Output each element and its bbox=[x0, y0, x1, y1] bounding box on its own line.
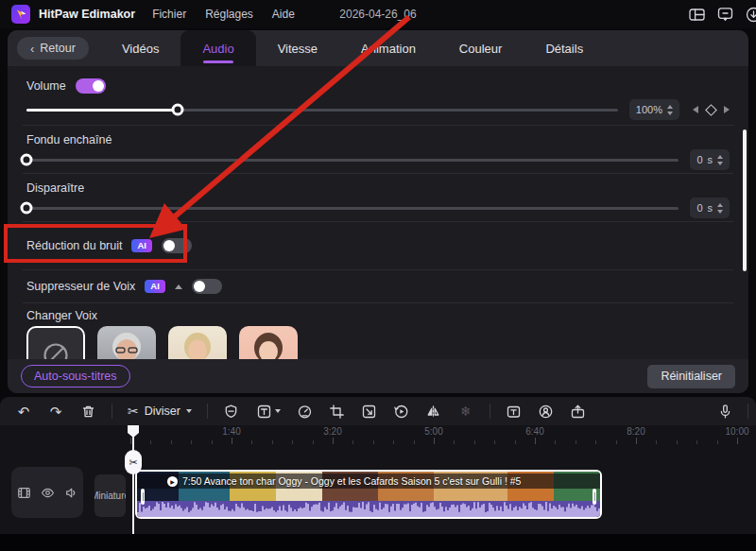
titlebar: HitPaw Edimakor Fichier Réglages Aide 20… bbox=[0, 0, 756, 28]
fade-out-slider[interactable] bbox=[26, 207, 679, 210]
fade-in-row: Fondu enchaîné bbox=[8, 126, 748, 146]
divider bbox=[747, 404, 748, 419]
menu-reglages[interactable]: Réglages bbox=[205, 8, 253, 21]
transform-icon[interactable] bbox=[361, 403, 378, 420]
speaker-icon[interactable] bbox=[64, 486, 78, 500]
track-tile-thumbnail[interactable]: Miniature bbox=[94, 474, 126, 517]
text-template-icon[interactable] bbox=[506, 403, 523, 420]
fade-in-unit: s bbox=[708, 154, 713, 165]
panel-footer: Auto-sous-titres Réinitialiser bbox=[8, 359, 748, 393]
mirror-flip-icon[interactable] bbox=[425, 403, 442, 420]
fade-out-value: 0 bbox=[696, 202, 702, 214]
step-down-icon[interactable] bbox=[667, 112, 673, 115]
voice-changer-row: Changer Voix bbox=[8, 303, 748, 322]
reverse-play-icon[interactable] bbox=[393, 403, 410, 420]
audio-panel-content: Volume 100% Fondu enchaîné 0 s bbox=[8, 66, 748, 393]
ruler-label: 1:40 bbox=[222, 426, 240, 437]
ruler-label: 6:40 bbox=[525, 426, 543, 437]
ruler-label: 10:00 bbox=[725, 426, 748, 437]
step-up-icon[interactable] bbox=[717, 203, 723, 207]
volume-slider-thumb[interactable] bbox=[171, 104, 183, 116]
playhead-split-button[interactable]: ✂ bbox=[125, 450, 142, 474]
delete-icon[interactable] bbox=[79, 403, 96, 420]
keyframe-prev-icon[interactable] bbox=[693, 106, 698, 113]
tab-couleur[interactable]: Couleur bbox=[438, 30, 524, 66]
crop-icon[interactable] bbox=[329, 403, 346, 420]
menu-fichier[interactable]: Fichier bbox=[152, 8, 186, 21]
scissors-icon: ✂ bbox=[128, 405, 139, 418]
voice-changer-label: Changer Voix bbox=[26, 309, 97, 322]
volume-toggle[interactable] bbox=[76, 78, 106, 94]
ruler-label: 5:00 bbox=[424, 426, 442, 437]
speed-icon[interactable] bbox=[297, 403, 314, 420]
keyframe-next-icon[interactable] bbox=[724, 106, 730, 113]
fade-out-value-box[interactable]: 0 s bbox=[690, 198, 730, 218]
step-up-icon[interactable] bbox=[717, 155, 723, 159]
volume-slider-row: 100% bbox=[8, 95, 748, 125]
step-down-icon[interactable] bbox=[717, 210, 723, 214]
trim-handle-right[interactable] bbox=[593, 489, 596, 505]
fade-in-value: 0 bbox=[696, 154, 702, 165]
fade-in-slider-thumb[interactable] bbox=[21, 154, 33, 166]
ai-badge: AI bbox=[131, 239, 152, 252]
clip-title-text: Avance ton char Oggy - Oggy et les Cafar… bbox=[204, 475, 522, 487]
divider bbox=[112, 404, 112, 419]
menu-aide[interactable]: Aide bbox=[272, 8, 295, 21]
redo-icon[interactable]: ↷ bbox=[47, 403, 64, 420]
app-logo-icon bbox=[11, 5, 30, 24]
volume-slider[interactable] bbox=[26, 109, 618, 112]
download-icon[interactable] bbox=[746, 7, 756, 23]
tab-details[interactable]: Détails bbox=[524, 30, 605, 66]
ruler-label: 3:20 bbox=[323, 426, 341, 437]
tab-animation[interactable]: Animation bbox=[339, 30, 438, 66]
eye-icon[interactable] bbox=[41, 486, 55, 500]
text-icon[interactable] bbox=[255, 403, 282, 420]
layout-panels-icon[interactable] bbox=[689, 8, 705, 22]
back-button[interactable]: ‹ Retour bbox=[17, 37, 89, 60]
voice-remover-row: Suppresseur de Voix AI bbox=[8, 270, 748, 302]
freeze-icon[interactable]: ❄ bbox=[457, 403, 474, 420]
audio-settings-panel: ‹ Retour Vidéos Audio Vitesse Animation … bbox=[8, 30, 748, 393]
noise-reduction-toggle[interactable] bbox=[162, 238, 192, 253]
keyframe-add-icon[interactable] bbox=[705, 104, 717, 116]
collapse-caret-icon[interactable] bbox=[175, 284, 182, 289]
tab-videos[interactable]: Vidéos bbox=[100, 30, 181, 66]
fade-out-slider-thumb[interactable] bbox=[21, 202, 33, 215]
ruler-ticks bbox=[0, 437, 756, 444]
fade-in-slider-row: 0 s bbox=[8, 146, 748, 173]
volume-value: 100% bbox=[636, 104, 662, 115]
fade-in-value-box[interactable]: 0 s bbox=[690, 149, 730, 170]
volume-row: Volume bbox=[8, 66, 748, 95]
fade-in-label: Fondu enchaîné bbox=[26, 133, 112, 146]
trim-handle-left[interactable] bbox=[141, 489, 145, 505]
voice-remover-toggle[interactable] bbox=[192, 279, 222, 294]
feedback-icon[interactable] bbox=[717, 7, 733, 22]
microphone-icon[interactable] bbox=[716, 403, 733, 420]
tab-audio[interactable]: Audio bbox=[180, 30, 255, 66]
playhead[interactable] bbox=[132, 425, 134, 534]
auto-subtitles-button[interactable]: Auto-sous-titres bbox=[21, 365, 130, 387]
panel-scrollbar[interactable] bbox=[743, 129, 747, 271]
undo-icon[interactable]: ↶ bbox=[15, 403, 32, 420]
export-clip-icon[interactable] bbox=[570, 403, 587, 420]
timeline-clip[interactable]: ▶ 7:50 Avance ton char Oggy - Oggy et le… bbox=[135, 470, 602, 519]
step-up-icon[interactable] bbox=[667, 105, 673, 109]
sticker-icon[interactable] bbox=[223, 403, 240, 420]
track-controls bbox=[11, 467, 83, 518]
timeline[interactable]: 1:40 3:20 5:00 6:40 8:20 10:00 Miniature… bbox=[0, 425, 756, 534]
clip-duration: 7:50 bbox=[182, 475, 201, 487]
step-down-icon[interactable] bbox=[717, 162, 723, 165]
tab-vitesse[interactable]: Vitesse bbox=[256, 30, 339, 66]
fade-out-row: Disparaître bbox=[8, 174, 748, 195]
character-icon[interactable] bbox=[538, 403, 555, 420]
fade-in-slider[interactable] bbox=[26, 159, 679, 162]
clip-title-band: ▶ 7:50 Avance ton char Oggy - Oggy et le… bbox=[137, 474, 600, 489]
filmstrip-icon[interactable] bbox=[17, 486, 31, 500]
bottom-strip bbox=[0, 534, 756, 551]
tabbar: ‹ Retour Vidéos Audio Vitesse Animation … bbox=[8, 30, 748, 66]
volume-value-box[interactable]: 100% bbox=[629, 99, 679, 120]
split-button[interactable]: ✂ Diviser bbox=[128, 405, 192, 418]
fade-out-label: Disparaître bbox=[26, 181, 84, 195]
reset-button[interactable]: Réinitialiser bbox=[647, 365, 735, 388]
voice-remover-label: Suppresseur de Voix bbox=[26, 280, 135, 293]
